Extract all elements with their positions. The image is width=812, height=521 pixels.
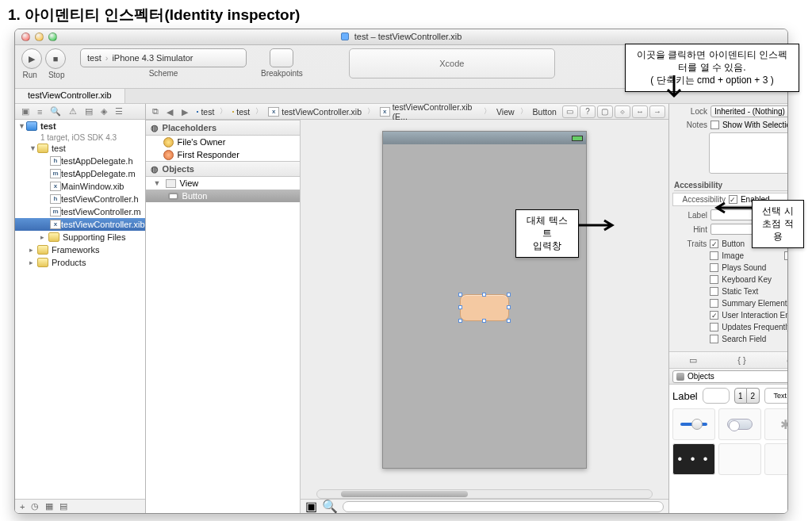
run-label: Run <box>23 71 37 79</box>
first-responder-item[interactable]: First Responder <box>146 148 300 161</box>
jump-seg[interactable]: test <box>201 107 214 117</box>
trait-user-interaction-checkbox[interactable] <box>710 311 718 320</box>
resize-handle[interactable] <box>458 293 462 297</box>
forward-button[interactable]: ▶ <box>178 107 191 117</box>
resize-handle[interactable] <box>507 293 511 297</box>
breakpoint-navigator-icon[interactable]: ◈ <box>101 106 107 117</box>
document-outline[interactable]: ◍Placeholders File's Owner First Respond… <box>146 120 301 513</box>
trait-image-checkbox[interactable] <box>710 251 718 260</box>
file-template-lib-icon[interactable]: ▭ <box>689 355 697 366</box>
lib-item-rounded-rect-button[interactable] <box>703 388 730 404</box>
jump-seg[interactable]: testViewController.xib <box>282 107 362 117</box>
filter-scm-icon[interactable]: ▦ <box>45 501 53 511</box>
simulated-view[interactable] <box>382 131 587 469</box>
file-item[interactable]: testViewController.m <box>61 207 141 216</box>
group-products[interactable]: Products <box>52 258 86 267</box>
trait-search-field-checkbox[interactable] <box>710 335 718 343</box>
h-file-icon: h <box>50 156 61 166</box>
jump-seg[interactable]: testViewController.xib (E... <box>393 102 478 121</box>
project-navigator-icon[interactable]: ▣ <box>21 106 29 117</box>
lib-item-segmented[interactable]: 12 <box>734 388 760 404</box>
lib-item-stepper[interactable] <box>718 443 761 475</box>
group-test[interactable]: test <box>52 144 66 153</box>
filter-field-icon[interactable]: ▤ <box>59 501 67 511</box>
log-navigator-icon[interactable]: ☰ <box>115 106 123 117</box>
project-icon <box>26 121 37 131</box>
notes-textarea[interactable] <box>709 132 788 174</box>
trait-static-text-checkbox[interactable] <box>710 287 718 296</box>
outline-toggle-icon[interactable]: ▣ <box>305 499 317 513</box>
lib-item-generic[interactable] <box>764 443 788 475</box>
resize-handle[interactable] <box>507 305 511 309</box>
jump-bar[interactable]: ⧉ ◀ ▶ test〉 test〉 xtestViewController.xi… <box>146 104 668 120</box>
lib-item-textfield[interactable]: Text <box>764 388 788 404</box>
breakpoints-label: Breakpoints <box>261 69 303 78</box>
project-tree[interactable]: ▼ test 1 target, iOS SDK 4.3 ▼ test htes… <box>15 120 145 499</box>
file-item[interactable]: testAppDelegate.h <box>61 156 133 166</box>
trait-summary-element-checkbox[interactable] <box>710 299 718 308</box>
jump-seg[interactable]: Button <box>533 107 557 117</box>
related-items-icon[interactable]: ⧉ <box>149 106 162 117</box>
document-tab[interactable]: testViewController.xib <box>15 89 125 103</box>
lock-select[interactable]: Inherited - (Nothing) <box>710 105 788 117</box>
trait-updates-frequently-checkbox[interactable] <box>710 323 718 331</box>
selected-uibutton[interactable] <box>460 294 509 321</box>
group-frameworks[interactable]: Frameworks <box>52 245 100 255</box>
issue-navigator-icon[interactable]: ⚠ <box>69 106 77 117</box>
identity-inspector-icon[interactable]: ▢ <box>597 105 613 118</box>
canvas-filter-input[interactable] <box>343 501 664 512</box>
file-item[interactable]: MainWindow.xib <box>61 182 124 191</box>
stop-label: Stop <box>48 71 65 79</box>
group-supporting[interactable]: Supporting Files <box>63 232 126 242</box>
lib-item-label[interactable]: Label <box>672 390 698 402</box>
object-library[interactable]: Label 12 Text ✱ • • • <box>669 385 788 513</box>
trait-plays-sound-checkbox[interactable] <box>710 263 718 272</box>
resize-handle[interactable] <box>482 293 486 297</box>
library-filter-select[interactable]: Objects <box>672 370 788 383</box>
navigator-selector[interactable]: ▣ ≡ 🔍 ⚠ ▤ ◈ ☰ <box>15 104 145 120</box>
attributes-inspector-icon[interactable]: ⟐ <box>615 105 630 118</box>
resize-handle[interactable] <box>507 319 511 323</box>
file-item[interactable]: testAppDelegate.m <box>61 169 136 178</box>
resize-handle[interactable] <box>482 319 486 323</box>
resize-handle[interactable] <box>458 305 462 309</box>
lib-item-pagecontrol[interactable]: • • • <box>672 443 715 475</box>
file-item[interactable]: testViewController.h <box>61 194 139 204</box>
size-inspector-icon[interactable]: ↔ <box>632 105 648 118</box>
lib-item-activity[interactable]: ✱ <box>764 408 788 440</box>
object-lib-icon[interactable]: ◍ <box>787 355 788 366</box>
code-snippet-lib-icon[interactable]: { } <box>737 355 745 365</box>
editor-area: ⧉ ◀ ▶ test〉 test〉 xtestViewController.xi… <box>146 104 669 513</box>
add-button[interactable]: + <box>20 502 25 511</box>
quick-help-icon[interactable]: ? <box>580 105 596 118</box>
breakpoints-button[interactable] <box>270 48 293 67</box>
scheme-selector[interactable]: test › iPhone 4.3 Simulator <box>80 48 247 67</box>
show-with-selection-checkbox[interactable] <box>710 121 719 129</box>
trait-button-checkbox[interactable] <box>710 239 718 248</box>
trait-selected-checkbox[interactable] <box>784 251 788 260</box>
window-titlebar: test – testViewController.xib <box>15 29 787 45</box>
resize-handle[interactable] <box>458 319 462 323</box>
back-button[interactable]: ◀ <box>164 107 177 117</box>
file-item-selected[interactable]: testViewController.xib <box>61 220 145 229</box>
stop-button[interactable]: ■ <box>45 48 66 69</box>
jump-seg[interactable]: test <box>236 107 250 117</box>
lib-item-switch[interactable] <box>718 408 761 440</box>
library-chooser[interactable]: ▭ { } ◍ ▦ <box>669 351 788 369</box>
lib-item-slider[interactable] <box>672 408 715 440</box>
view-item[interactable]: ▼View <box>146 177 300 190</box>
canvas-scrollbar[interactable] <box>316 489 653 499</box>
debug-navigator-icon[interactable]: ▤ <box>85 106 93 117</box>
interface-builder-canvas[interactable]: ▣ 🔍 <box>301 120 668 513</box>
file-inspector-icon[interactable]: ▭ <box>562 105 578 118</box>
symbol-navigator-icon[interactable]: ≡ <box>37 107 42 117</box>
jump-seg[interactable]: View <box>496 107 515 117</box>
cube-icon <box>676 373 684 381</box>
connections-inspector-icon[interactable]: → <box>649 105 665 118</box>
search-navigator-icon[interactable]: 🔍 <box>50 106 61 117</box>
trait-keyboard-key-checkbox[interactable] <box>710 275 718 284</box>
filter-recent-icon[interactable]: ◷ <box>31 501 39 511</box>
run-button[interactable]: ▶ <box>21 48 42 69</box>
button-item-selected[interactable]: Button <box>146 190 300 202</box>
files-owner-item[interactable]: File's Owner <box>146 136 300 148</box>
